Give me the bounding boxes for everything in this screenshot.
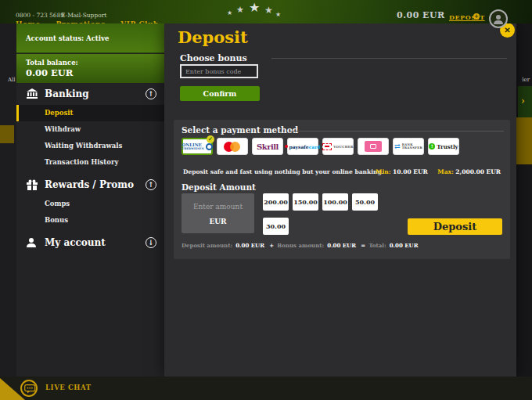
amount-summary: Deposit amount: 0.00 EUR + Bonus amount:… bbox=[182, 242, 419, 249]
logo-text: card bbox=[309, 144, 321, 150]
bank-transfer-logo: ⇄ BANK TRANSFER bbox=[394, 142, 422, 150]
voucher-logo: VOUCHER bbox=[322, 143, 353, 150]
nav-item-vip-club[interactable]: VIP Club bbox=[120, 20, 159, 23]
selected-check-icon: ✓ bbox=[207, 135, 214, 143]
max-label: Max: bbox=[437, 168, 453, 175]
payment-method-cashtocode[interactable] bbox=[358, 138, 389, 155]
preset-amount-button[interactable]: 100.00 bbox=[322, 193, 348, 211]
person-icon bbox=[26, 237, 38, 248]
gift-icon bbox=[26, 179, 38, 190]
trustly-icon: ↑ bbox=[429, 143, 435, 150]
logo-text: TRANSFER bbox=[402, 146, 422, 150]
nav-item-home[interactable]: Home bbox=[16, 20, 41, 23]
background-banner-left bbox=[0, 125, 14, 143]
deposit-page: All ler › 0800 - 723 5689 E-Mail-Support… bbox=[0, 0, 532, 400]
sidebar-rewards-label: Rewards / Promo bbox=[45, 179, 134, 190]
total-balance-block: Total balance: 0.00 EUR bbox=[16, 54, 164, 83]
deposit-plus-icon[interactable]: + bbox=[473, 13, 480, 20]
payment-panel: Select a payment method ✓ ONLINE ÜBERWEI… bbox=[174, 120, 510, 259]
top-header: 0800 - 723 5689 E-Mail-Support Home Prom… bbox=[0, 0, 532, 23]
sidebar-item-withdraw[interactable]: Withdraw bbox=[16, 121, 164, 138]
choose-bonus-label: Choose bonus bbox=[180, 53, 247, 63]
payment-method-voucher[interactable]: VOUCHER bbox=[322, 138, 354, 155]
payment-method-skrill[interactable]: Skrill bbox=[252, 138, 283, 155]
carousel-next-icon[interactable]: › bbox=[521, 95, 525, 106]
background-banner-right bbox=[516, 117, 532, 164]
live-chat-label[interactable]: LIVE CHAT bbox=[45, 384, 92, 391]
collapse-up-icon[interactable]: ↑ bbox=[146, 179, 156, 190]
header-balance: 0.00 EUR bbox=[397, 10, 445, 20]
amount-input-field[interactable]: Enter amount EUR bbox=[182, 193, 254, 233]
deposit-submit-button[interactable]: Deposit bbox=[408, 218, 502, 235]
payment-method-trustly[interactable]: ↑ Trustly bbox=[428, 138, 459, 155]
sidebar-section-rewards[interactable]: Rewards / Promo ↑ bbox=[16, 174, 164, 196]
summary-bonus-label: Bonus amount: bbox=[277, 242, 324, 249]
main-nav-clipped: Home Promotions VIP Club bbox=[16, 20, 171, 23]
equals-sign: = bbox=[361, 242, 365, 249]
star-icon: ★ bbox=[264, 5, 273, 16]
preset-amounts: 200.00 150.00 100.00 50.00 bbox=[263, 193, 466, 218]
sidebar-section-my-account[interactable]: My account ↓ bbox=[16, 232, 164, 254]
email-support-link[interactable]: E-Mail-Support bbox=[61, 12, 106, 19]
sidebar-item-bonus[interactable]: Bonus bbox=[16, 212, 164, 229]
account-avatar-button[interactable] bbox=[489, 9, 508, 28]
logo-text: ÜBERWEISEN bbox=[182, 147, 203, 150]
payment-method-bank-transfer[interactable]: ⇄ BANK TRANSFER bbox=[393, 138, 424, 155]
online-ueberweisen-logo: ONLINE ÜBERWEISEN bbox=[182, 143, 212, 150]
payment-method-paysafecard[interactable]: paysafe card bbox=[287, 138, 318, 155]
divider bbox=[271, 58, 507, 59]
sidebar-section-banking[interactable]: Banking ↑ bbox=[16, 83, 164, 105]
background-left-strip: All bbox=[0, 23, 16, 377]
payment-method-online-ueberweisen[interactable]: ✓ ONLINE ÜBERWEISEN bbox=[182, 138, 213, 155]
sidebar-banking-label: Banking bbox=[45, 88, 89, 99]
summary-bonus-value: 0.00 EUR bbox=[327, 242, 356, 249]
star-icon: ★ bbox=[236, 5, 244, 15]
preset-amount-button[interactable]: 200.00 bbox=[263, 193, 289, 211]
expand-down-icon[interactable]: ↓ bbox=[146, 237, 156, 248]
trustly-logo: ↑ Trustly bbox=[429, 143, 458, 150]
sidebar-item-deposit[interactable]: Deposit bbox=[16, 105, 164, 121]
min-max-limits: Min: 10.00 EUR Max: 2,000.00 EUR bbox=[376, 168, 501, 175]
max-value: 2,000.00 EUR bbox=[455, 168, 501, 175]
sidebar-item-transaction-history[interactable]: Transaction History bbox=[16, 154, 164, 171]
sidebar-item-comps[interactable]: Comps bbox=[16, 196, 164, 212]
confirm-button[interactable]: Confirm bbox=[180, 86, 260, 101]
preset-amount-button[interactable]: 50.00 bbox=[352, 193, 378, 211]
deposit-modal: ✕ Deposit Choose bonus Confirm Select a … bbox=[164, 23, 516, 377]
person-icon bbox=[492, 13, 505, 26]
transfer-arrows-icon: ⇄ bbox=[394, 142, 401, 150]
select-payment-label: Select a payment method bbox=[182, 125, 298, 135]
preset-amount-button[interactable]: 30.00 bbox=[263, 218, 289, 235]
logo-text: paysafe bbox=[289, 144, 308, 150]
sidebar-item-waiting-withdrawals[interactable]: Waiting Withdrawals bbox=[16, 138, 164, 154]
divider bbox=[289, 131, 504, 132]
modal-title: Deposit bbox=[178, 27, 248, 47]
logo-text: Trustly bbox=[437, 143, 458, 150]
total-balance-value: 0.00 EUR bbox=[26, 67, 73, 78]
games-filter-tab-fragment: ler bbox=[522, 77, 530, 83]
background-right-strip: ler › bbox=[516, 23, 532, 377]
skrill-logo: Skrill bbox=[257, 142, 279, 151]
carousel-fragment bbox=[518, 86, 532, 117]
bottom-bar: LIVE CHAT bbox=[0, 377, 532, 400]
support-phone: 0800 - 723 5689 bbox=[16, 12, 64, 19]
total-balance-label: Total balance: bbox=[26, 59, 78, 67]
min-value: 10.00 EUR bbox=[393, 168, 428, 175]
nav-item-promotions[interactable]: Promotions bbox=[56, 20, 105, 23]
bonus-code-input[interactable] bbox=[180, 64, 258, 78]
currency-label: EUR bbox=[182, 218, 254, 225]
star-icon: ★ bbox=[275, 11, 281, 18]
collapse-up-icon[interactable]: ↑ bbox=[146, 88, 156, 99]
amount-placeholder: Enter amount bbox=[182, 203, 254, 211]
logo-text: VOUCHER bbox=[333, 145, 353, 149]
summary-deposit-value: 0.00 EUR bbox=[235, 242, 264, 249]
ticket-icon bbox=[322, 143, 332, 150]
casino-logo-stars: ★ ★ ★ ★ ★ bbox=[225, 0, 296, 23]
live-chat-button[interactable] bbox=[20, 380, 38, 397]
sidebar-menu: Banking ↑ Deposit Withdraw Waiting Withd… bbox=[16, 83, 164, 254]
payment-method-mastercard[interactable] bbox=[217, 138, 248, 155]
deposit-amount-label: Deposit Amount bbox=[182, 182, 256, 192]
account-status-block: Account status: Active bbox=[16, 23, 164, 53]
mastercard-logo bbox=[224, 142, 241, 152]
preset-amount-button[interactable]: 150.00 bbox=[293, 193, 318, 211]
